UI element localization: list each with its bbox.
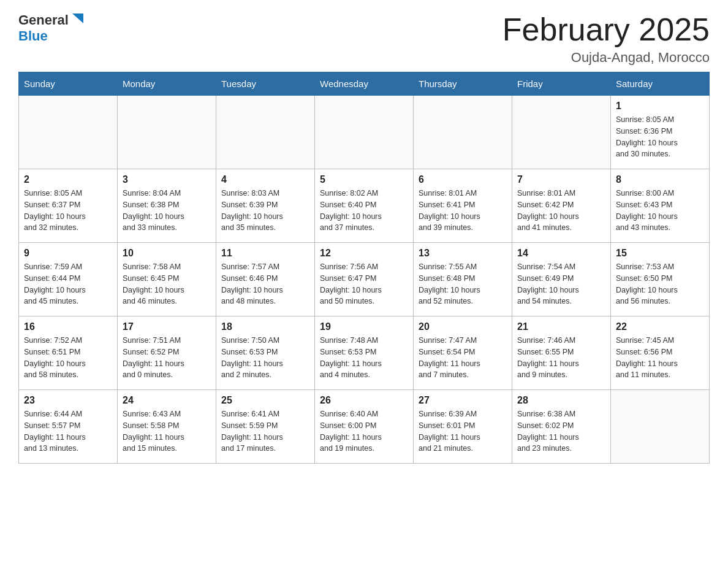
calendar-day-16: 16Sunrise: 7:52 AM Sunset: 6:51 PM Dayli…: [19, 316, 118, 390]
day-number: 15: [616, 248, 704, 259]
day-number: 24: [123, 395, 211, 406]
calendar-day-10: 10Sunrise: 7:58 AM Sunset: 6:45 PM Dayli…: [118, 243, 216, 316]
day-info: Sunrise: 7:48 AM Sunset: 6:53 PM Dayligh…: [320, 335, 408, 381]
day-number: 14: [517, 248, 605, 259]
calendar-week-row: 2Sunrise: 8:05 AM Sunset: 6:37 PM Daylig…: [19, 169, 710, 243]
svg-marker-0: [72, 13, 83, 23]
day-info: Sunrise: 7:59 AM Sunset: 6:44 PM Dayligh…: [24, 261, 112, 307]
day-number: 6: [419, 174, 507, 185]
day-number: 18: [221, 321, 309, 332]
day-info: Sunrise: 8:05 AM Sunset: 6:36 PM Dayligh…: [616, 114, 704, 160]
day-info: Sunrise: 6:40 AM Sunset: 6:00 PM Dayligh…: [320, 408, 408, 454]
logo-general-text: General: [18, 12, 69, 28]
calendar-day-4: 4Sunrise: 8:03 AM Sunset: 6:39 PM Daylig…: [216, 169, 315, 243]
day-info: Sunrise: 7:46 AM Sunset: 6:55 PM Dayligh…: [517, 335, 605, 381]
calendar-day-13: 13Sunrise: 7:55 AM Sunset: 6:48 PM Dayli…: [414, 243, 512, 316]
calendar-day-19: 19Sunrise: 7:48 AM Sunset: 6:53 PM Dayli…: [315, 316, 414, 390]
logo: General Blue: [18, 12, 85, 44]
calendar-day-empty: [118, 96, 216, 169]
day-info: Sunrise: 8:01 AM Sunset: 6:42 PM Dayligh…: [517, 188, 605, 234]
day-number: 23: [24, 395, 112, 406]
day-info: Sunrise: 6:44 AM Sunset: 5:57 PM Dayligh…: [24, 408, 112, 454]
calendar-header-tuesday: Tuesday: [216, 72, 315, 96]
calendar-header-thursday: Thursday: [414, 72, 512, 96]
calendar-day-28: 28Sunrise: 6:38 AM Sunset: 6:02 PM Dayli…: [512, 390, 611, 464]
day-info: Sunrise: 6:38 AM Sunset: 6:02 PM Dayligh…: [517, 408, 605, 454]
calendar-day-7: 7Sunrise: 8:01 AM Sunset: 6:42 PM Daylig…: [512, 169, 611, 243]
day-info: Sunrise: 7:57 AM Sunset: 6:46 PM Dayligh…: [221, 261, 309, 307]
day-number: 10: [123, 248, 211, 259]
calendar-day-empty: [19, 96, 118, 169]
calendar-day-1: 1Sunrise: 8:05 AM Sunset: 6:36 PM Daylig…: [611, 96, 710, 169]
calendar-day-empty: [315, 96, 414, 169]
day-number: 1: [616, 101, 704, 112]
calendar-day-18: 18Sunrise: 7:50 AM Sunset: 6:53 PM Dayli…: [216, 316, 315, 390]
calendar-header-wednesday: Wednesday: [315, 72, 414, 96]
calendar-week-row: 1Sunrise: 8:05 AM Sunset: 6:36 PM Daylig…: [19, 96, 710, 169]
day-number: 19: [320, 321, 408, 332]
day-info: Sunrise: 8:03 AM Sunset: 6:39 PM Dayligh…: [221, 188, 309, 234]
calendar-day-12: 12Sunrise: 7:56 AM Sunset: 6:47 PM Dayli…: [315, 243, 414, 316]
day-number: 26: [320, 395, 408, 406]
day-info: Sunrise: 6:43 AM Sunset: 5:58 PM Dayligh…: [123, 408, 211, 454]
day-info: Sunrise: 7:47 AM Sunset: 6:54 PM Dayligh…: [419, 335, 507, 381]
calendar-header-sunday: Sunday: [19, 72, 118, 96]
calendar-day-empty: [414, 96, 512, 169]
calendar-day-21: 21Sunrise: 7:46 AM Sunset: 6:55 PM Dayli…: [512, 316, 611, 390]
calendar-day-24: 24Sunrise: 6:43 AM Sunset: 5:58 PM Dayli…: [118, 390, 216, 464]
day-info: Sunrise: 7:51 AM Sunset: 6:52 PM Dayligh…: [123, 335, 211, 381]
day-info: Sunrise: 6:41 AM Sunset: 5:59 PM Dayligh…: [221, 408, 309, 454]
calendar-day-empty: [512, 96, 611, 169]
calendar-header-friday: Friday: [512, 72, 611, 96]
day-info: Sunrise: 7:55 AM Sunset: 6:48 PM Dayligh…: [419, 261, 507, 307]
day-number: 22: [616, 321, 704, 332]
day-info: Sunrise: 7:58 AM Sunset: 6:45 PM Dayligh…: [123, 261, 211, 307]
calendar-day-26: 26Sunrise: 6:40 AM Sunset: 6:00 PM Dayli…: [315, 390, 414, 464]
calendar-day-17: 17Sunrise: 7:51 AM Sunset: 6:52 PM Dayli…: [118, 316, 216, 390]
calendar-day-empty: [216, 96, 315, 169]
day-number: 8: [616, 174, 704, 185]
day-info: Sunrise: 8:00 AM Sunset: 6:43 PM Dayligh…: [616, 188, 704, 234]
calendar-day-2: 2Sunrise: 8:05 AM Sunset: 6:37 PM Daylig…: [19, 169, 118, 243]
day-info: Sunrise: 7:50 AM Sunset: 6:53 PM Dayligh…: [221, 335, 309, 381]
calendar-week-row: 9Sunrise: 7:59 AM Sunset: 6:44 PM Daylig…: [19, 243, 710, 316]
day-number: 7: [517, 174, 605, 185]
day-info: Sunrise: 7:52 AM Sunset: 6:51 PM Dayligh…: [24, 335, 112, 381]
day-number: 25: [221, 395, 309, 406]
calendar-day-5: 5Sunrise: 8:02 AM Sunset: 6:40 PM Daylig…: [315, 169, 414, 243]
calendar-day-20: 20Sunrise: 7:47 AM Sunset: 6:54 PM Dayli…: [414, 316, 512, 390]
calendar-day-3: 3Sunrise: 8:04 AM Sunset: 6:38 PM Daylig…: [118, 169, 216, 243]
day-info: Sunrise: 8:04 AM Sunset: 6:38 PM Dayligh…: [123, 188, 211, 234]
logo-blue-text: Blue: [18, 28, 48, 44]
day-number: 21: [517, 321, 605, 332]
day-number: 4: [221, 174, 309, 185]
calendar-week-row: 23Sunrise: 6:44 AM Sunset: 5:57 PM Dayli…: [19, 390, 710, 464]
day-number: 17: [123, 321, 211, 332]
day-info: Sunrise: 7:54 AM Sunset: 6:49 PM Dayligh…: [517, 261, 605, 307]
day-number: 28: [517, 395, 605, 406]
day-number: 3: [123, 174, 211, 185]
calendar-day-14: 14Sunrise: 7:54 AM Sunset: 6:49 PM Dayli…: [512, 243, 611, 316]
day-info: Sunrise: 7:53 AM Sunset: 6:50 PM Dayligh…: [616, 261, 704, 307]
calendar-day-27: 27Sunrise: 6:39 AM Sunset: 6:01 PM Dayli…: [414, 390, 512, 464]
day-number: 2: [24, 174, 112, 185]
day-info: Sunrise: 6:39 AM Sunset: 6:01 PM Dayligh…: [419, 408, 507, 454]
page-header: General Blue February 2025 Oujda-Angad, …: [18, 12, 710, 66]
day-info: Sunrise: 7:56 AM Sunset: 6:47 PM Dayligh…: [320, 261, 408, 307]
day-number: 11: [221, 248, 309, 259]
day-info: Sunrise: 8:02 AM Sunset: 6:40 PM Dayligh…: [320, 188, 408, 234]
calendar-day-15: 15Sunrise: 7:53 AM Sunset: 6:50 PM Dayli…: [611, 243, 710, 316]
calendar-header-saturday: Saturday: [611, 72, 710, 96]
calendar-day-empty: [611, 390, 710, 464]
calendar-day-23: 23Sunrise: 6:44 AM Sunset: 5:57 PM Dayli…: [19, 390, 118, 464]
calendar-day-11: 11Sunrise: 7:57 AM Sunset: 6:46 PM Dayli…: [216, 243, 315, 316]
calendar-week-row: 16Sunrise: 7:52 AM Sunset: 6:51 PM Dayli…: [19, 316, 710, 390]
calendar-day-9: 9Sunrise: 7:59 AM Sunset: 6:44 PM Daylig…: [19, 243, 118, 316]
calendar-header-monday: Monday: [118, 72, 216, 96]
calendar-table: SundayMondayTuesdayWednesdayThursdayFrid…: [18, 72, 710, 464]
day-number: 20: [419, 321, 507, 332]
calendar-day-6: 6Sunrise: 8:01 AM Sunset: 6:41 PM Daylig…: [414, 169, 512, 243]
day-number: 12: [320, 248, 408, 259]
day-number: 13: [419, 248, 507, 259]
day-number: 5: [320, 174, 408, 185]
